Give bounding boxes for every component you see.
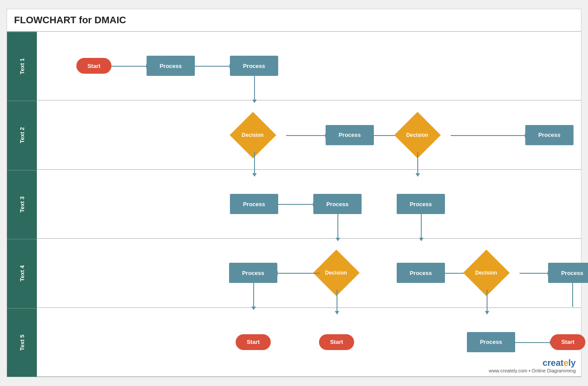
arrow-3-v bbox=[254, 76, 255, 100]
brand-logo: creately bbox=[489, 358, 576, 368]
start-shape-3: Start bbox=[319, 334, 354, 350]
arrow-4 bbox=[286, 135, 326, 136]
start-shape-4: Start bbox=[550, 334, 585, 350]
arrow-11-v bbox=[421, 214, 422, 238]
swimlane-label-1: Text 1 bbox=[7, 32, 37, 100]
process-shape-11: Process bbox=[467, 332, 515, 352]
swimlane-row-2: Decision Process Decision bbox=[37, 100, 581, 169]
swimlane-label-4: Text 4 bbox=[7, 239, 37, 307]
arrow-12 bbox=[277, 273, 320, 274]
process-shape-5: Process bbox=[230, 194, 278, 214]
swimlane-label-3: Text 3 bbox=[7, 170, 37, 239]
process-shape-7: Process bbox=[397, 194, 445, 214]
process-shape-4: Process bbox=[525, 125, 574, 145]
swimlane-row-3: Process Process Process bbox=[37, 170, 581, 239]
chart-area: Text 1 Text 2 Text 3 Text 4 Text 5 Start… bbox=[7, 31, 581, 377]
arrow-13-v bbox=[253, 283, 254, 307]
swimlane-label-2: Text 2 bbox=[7, 100, 37, 169]
swim-rows: Start Process Process bbox=[37, 31, 581, 377]
start-shape-1: Start bbox=[76, 58, 111, 74]
start-shape-2: Start bbox=[236, 334, 271, 350]
page-title: FLOWCHART for DMAIC bbox=[7, 9, 581, 30]
process-shape-6: Process bbox=[313, 194, 362, 214]
arrow-19 bbox=[515, 342, 550, 343]
decision-shape-1: Decision bbox=[229, 112, 276, 158]
swim-labels: Text 1 Text 2 Text 3 Text 4 Text 5 bbox=[7, 31, 37, 377]
arrow-6 bbox=[451, 135, 525, 136]
brand-url: www.creately.com • Online Diagramming bbox=[489, 368, 576, 373]
process-shape-8: Process bbox=[229, 263, 277, 283]
arrow-10-v bbox=[337, 214, 338, 238]
arrow-18-v bbox=[572, 283, 573, 307]
arrow-2 bbox=[195, 66, 230, 67]
swimlane-row-4: Decision Process Process bbox=[37, 239, 581, 307]
swimlane-row-1: Start Process Process bbox=[37, 32, 581, 100]
arrow-9 bbox=[278, 204, 313, 205]
arrow-16 bbox=[520, 273, 548, 274]
process-shape-9: Process bbox=[397, 263, 445, 283]
arrow-1 bbox=[111, 66, 147, 67]
swimlane-label-5: Text 5 bbox=[7, 308, 37, 377]
process-shape-2: Process bbox=[230, 56, 278, 76]
process-shape-3: Process bbox=[326, 125, 374, 145]
creately-badge: creately www.creately.com • Online Diagr… bbox=[489, 358, 576, 373]
page: FLOWCHART for DMAIC Text 1 Text 2 Text 3… bbox=[7, 9, 581, 377]
process-shape-10: Process bbox=[548, 263, 588, 283]
process-shape-1: Process bbox=[147, 56, 195, 76]
